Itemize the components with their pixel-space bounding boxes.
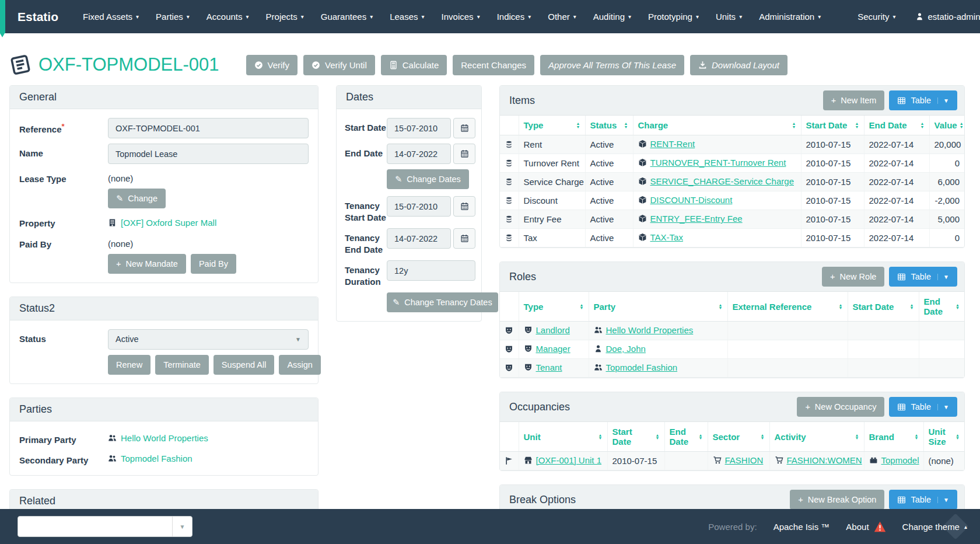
menu-other[interactable]: Other▾ bbox=[548, 12, 576, 22]
menu-leases[interactable]: Leases▾ bbox=[390, 12, 424, 22]
activity-link[interactable]: FASHION:WOMEN bbox=[787, 455, 862, 465]
change-dates-button[interactable]: ✎Change Dates bbox=[387, 169, 469, 189]
menu-invoices[interactable]: Invoices▾ bbox=[442, 12, 480, 22]
brand-logo[interactable]: Estatio bbox=[18, 10, 58, 24]
role-type-link[interactable]: Tenant bbox=[536, 362, 562, 372]
approve-all-terms-button[interactable]: Approve All Terms Of This Lease bbox=[540, 55, 684, 75]
caret-down-icon: ▾ bbox=[892, 13, 895, 20]
assign-button[interactable]: Assign bbox=[279, 355, 321, 375]
break-options-table-view-button[interactable]: Table▼ bbox=[889, 490, 957, 510]
new-occupancy-button[interactable]: +New Occupancy bbox=[797, 397, 884, 417]
roles-table-view-button[interactable]: Table▼ bbox=[889, 267, 957, 287]
about-link[interactable]: About bbox=[846, 521, 886, 533]
role-party-link[interactable]: Topmodel Fashion bbox=[606, 362, 678, 372]
tenancy-start-date-input[interactable] bbox=[387, 196, 451, 217]
occupancies-start-column[interactable]: Start Date▲▼ bbox=[607, 422, 664, 452]
start-date-input[interactable] bbox=[387, 118, 451, 138]
sector-link[interactable]: FASHION bbox=[725, 455, 764, 465]
tenancy-end-calendar-button[interactable] bbox=[453, 228, 475, 249]
new-role-button[interactable]: +New Role bbox=[822, 267, 884, 287]
roles-start-column[interactable]: Start Date▲▼ bbox=[848, 292, 919, 322]
items-end-column[interactable]: End Date▲▼ bbox=[864, 116, 929, 135]
occupancies-size-column[interactable]: Unit Size▲▼ bbox=[923, 422, 964, 452]
role-type-link[interactable]: Landlord bbox=[536, 325, 570, 335]
recent-changes-button[interactable]: Recent Changes bbox=[453, 55, 534, 75]
end-date-input[interactable] bbox=[387, 144, 451, 164]
role-party-link[interactable]: Doe, John bbox=[606, 344, 646, 354]
menu-user[interactable]: estatio-admin▾ bbox=[915, 12, 980, 22]
roles-ext-ref-column[interactable]: External Reference▲▼ bbox=[727, 292, 848, 322]
menu-indices[interactable]: Indices▾ bbox=[497, 12, 531, 22]
roles-type-column[interactable]: Type▲▼ bbox=[519, 292, 589, 322]
sort-icon: ▲▼ bbox=[915, 434, 919, 440]
new-break-option-button[interactable]: +New Break Option bbox=[790, 490, 884, 510]
download-layout-button[interactable]: Download Layout bbox=[690, 55, 788, 75]
end-date-calendar-button[interactable] bbox=[453, 144, 475, 164]
items-value-column[interactable]: Value▲▼ bbox=[929, 116, 964, 135]
occupancies-activity-column[interactable]: Activity▲▼ bbox=[769, 422, 864, 452]
occupancies-brand-column[interactable]: Brand▲▼ bbox=[864, 422, 923, 452]
terminate-button[interactable]: Terminate bbox=[155, 355, 209, 375]
tenancy-start-calendar-button[interactable] bbox=[453, 196, 475, 217]
items-start-column[interactable]: Start Date▲▼ bbox=[801, 116, 864, 135]
menu-accounts[interactable]: Accounts▾ bbox=[206, 12, 249, 22]
parties-panel: Parties Primary Party Hello World Proper… bbox=[9, 397, 318, 476]
masks-icon bbox=[524, 344, 533, 353]
footer-object-select[interactable]: ▼ bbox=[18, 516, 192, 537]
coins-icon bbox=[505, 177, 513, 186]
roles-end-column[interactable]: End Date▲▼ bbox=[919, 292, 964, 322]
charge-link[interactable]: DISCOUNT-Discount bbox=[650, 195, 733, 205]
plus-icon: + bbox=[805, 402, 810, 412]
reference-input[interactable] bbox=[108, 118, 309, 138]
unit-link[interactable]: [OXF-001] Unit 1 bbox=[536, 455, 602, 465]
secondary-party-link[interactable]: Topmodel Fashion bbox=[121, 454, 192, 463]
menu-fixed-assets[interactable]: Fixed Assets▾ bbox=[83, 12, 139, 22]
suspend-all-button[interactable]: Suspend All bbox=[214, 355, 275, 375]
role-type-link[interactable]: Manager bbox=[536, 344, 570, 354]
menu-security[interactable]: Security▾ bbox=[858, 12, 895, 22]
charge-link[interactable]: RENT-Rent bbox=[650, 139, 695, 149]
occupancies-end-column[interactable]: End Date▲▼ bbox=[664, 422, 708, 452]
tenancy-end-date-input[interactable] bbox=[387, 228, 451, 249]
new-item-button[interactable]: +New Item bbox=[823, 90, 885, 110]
new-mandate-button[interactable]: +New Mandate bbox=[108, 254, 186, 274]
occupancies-table-view-button[interactable]: Table▼ bbox=[889, 397, 957, 417]
verify-until-button[interactable]: Verify Until bbox=[303, 55, 375, 75]
charge-link[interactable]: TAX-Tax bbox=[650, 232, 683, 242]
menu-auditing[interactable]: Auditing▾ bbox=[593, 12, 631, 22]
change-lease-type-button[interactable]: ✎Change bbox=[108, 189, 166, 208]
items-type-column[interactable]: Type▲▼ bbox=[519, 116, 585, 135]
paid-by-button[interactable]: Paid By bbox=[191, 254, 236, 274]
menu-administration[interactable]: Administration▾ bbox=[759, 12, 821, 22]
start-date-calendar-button[interactable] bbox=[453, 118, 475, 138]
items-status-column[interactable]: Status▲▼ bbox=[585, 116, 633, 135]
masks-icon bbox=[524, 363, 533, 372]
role-party-link[interactable]: Hello World Properties bbox=[606, 325, 694, 335]
charge-link[interactable]: SERVICE_CHARGE-Service Charge bbox=[650, 176, 794, 186]
caret-down-icon: ▼ bbox=[937, 274, 949, 280]
name-input[interactable] bbox=[108, 144, 309, 164]
menu-guarantees[interactable]: Guarantees▾ bbox=[321, 12, 373, 22]
property-link[interactable]: [OXF] Oxford Super Mall bbox=[121, 218, 216, 228]
brand-link[interactable]: Topmodel bbox=[881, 455, 919, 465]
verify-button[interactable]: Verify bbox=[246, 55, 298, 75]
items-charge-column[interactable]: Charge▲▼ bbox=[633, 116, 801, 135]
items-table-view-button[interactable]: Table▼ bbox=[889, 90, 957, 110]
calculate-button[interactable]: Calculate bbox=[381, 55, 447, 75]
menu-prototyping[interactable]: Prototyping▾ bbox=[648, 12, 699, 22]
status-select[interactable]: Active▼ bbox=[108, 329, 309, 350]
renew-button[interactable]: Renew bbox=[108, 355, 150, 375]
occupancies-unit-column[interactable]: Unit▲▼ bbox=[519, 422, 607, 452]
primary-party-link[interactable]: Hello World Properties bbox=[121, 433, 208, 443]
menu-units[interactable]: Units▾ bbox=[716, 12, 742, 22]
menu-parties[interactable]: Parties▾ bbox=[156, 12, 190, 22]
menu-projects[interactable]: Projects▾ bbox=[266, 12, 304, 22]
charge-link[interactable]: ENTRY_FEE-Entry Fee bbox=[650, 214, 743, 224]
occupancies-sector-column[interactable]: Sector▲▼ bbox=[708, 422, 769, 452]
change-tenancy-dates-button[interactable]: ✎Change Tenancy Dates bbox=[387, 292, 498, 312]
tenancy-duration-input[interactable] bbox=[387, 260, 475, 281]
roles-party-column[interactable]: Party▲▼ bbox=[589, 292, 727, 322]
change-theme-link[interactable]: Change theme▴ bbox=[902, 522, 967, 532]
charge-link[interactable]: TURNOVER_RENT-Turnover Rent bbox=[650, 158, 786, 168]
apache-isis-link[interactable]: Apache Isis ™ bbox=[774, 522, 830, 532]
